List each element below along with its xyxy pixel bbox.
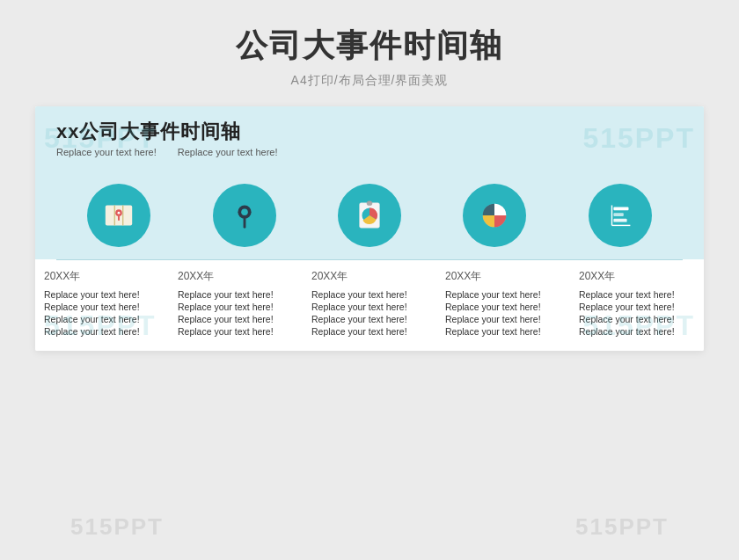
year-label-2: 20XX年 [311,269,348,284]
svg-rect-12 [613,207,628,211]
map-icon [102,199,135,232]
doc-icon [353,199,386,232]
timeline-column-4: 20XX年Replace your text here!Replace your… [570,269,704,338]
replace-text-1-0: Replace your text here! [178,289,274,300]
year-label-1: 20XX年 [178,269,214,284]
page-watermark-bottom-right: 515PPT [575,513,669,541]
svg-rect-13 [613,213,623,216]
slide-card: 515PPT 515PPT xx公司大事件时间轴 Replace your te… [35,106,704,351]
replace-text-3-2: Replace your text here! [445,314,541,324]
bar-icon [604,199,637,232]
slide-subtitle-1: Replace your text here! [56,147,157,157]
timeline-column-1: 20XX年Replace your text here!Replace your… [169,269,303,338]
page-watermark-bottom-left: 515PPT [70,513,164,541]
replace-text-2-0: Replace your text here! [311,289,407,300]
replace-text-1-1: Replace your text here! [178,302,274,312]
svg-rect-14 [613,219,626,222]
replace-text-0-0: Replace your text here! [44,289,140,300]
icons-section [35,168,704,259]
replace-text-4-3: Replace your text here! [579,326,675,337]
pin-icon-circle [213,184,276,247]
main-title: 公司大事件时间轴 [236,25,503,68]
sub-title: A4打印/布局合理/界面美观 [236,73,503,89]
pin-icon [228,199,261,232]
replace-text-2-1: Replace your text here! [311,302,407,312]
replace-text-0-2: Replace your text here! [44,314,140,324]
timeline-column-2: 20XX年Replace your text here!Replace your… [303,269,436,338]
map-icon-circle [87,184,150,247]
replace-text-3-3: Replace your text here! [445,326,541,337]
replace-text-1-3: Replace your text here! [178,326,274,337]
slide-subtitle-2: Replace your text here! [178,147,278,157]
slide-top: 515PPT 515PPT xx公司大事件时间轴 Replace your te… [35,106,704,168]
pie-icon [478,199,511,232]
year-label-0: 20XX年 [44,269,80,284]
bar-icon-circle [589,184,652,247]
year-label-3: 20XX年 [445,269,481,284]
replace-text-3-0: Replace your text here! [445,289,541,300]
replace-text-2-3: Replace your text here! [311,326,407,337]
year-label-4: 20XX年 [579,269,615,284]
timeline-column-3: 20XX年Replace your text here!Replace your… [436,269,570,338]
replace-text-4-0: Replace your text here! [579,289,675,300]
pie-icon-circle [463,184,526,247]
doc-icon-circle [338,184,401,247]
svg-point-6 [241,208,248,215]
page-background: 公司大事件时间轴 A4打印/布局合理/界面美观 515PPT 515PPT xx… [0,0,739,560]
header-section: 公司大事件时间轴 A4打印/布局合理/界面美观 [236,0,503,89]
replace-text-0-1: Replace your text here! [44,302,140,312]
content-section: 20XX年Replace your text here!Replace your… [35,260,704,351]
replace-text-0-3: Replace your text here! [44,326,140,337]
slide-title: xx公司大事件时间轴 [56,119,241,145]
replace-text-1-2: Replace your text here! [178,314,274,324]
timeline-column-0: 20XX年Replace your text here!Replace your… [35,269,169,338]
replace-text-4-1: Replace your text here! [579,302,675,312]
replace-text-4-2: Replace your text here! [579,314,675,324]
svg-point-4 [118,212,121,215]
replace-text-2-2: Replace your text here! [311,314,407,324]
replace-text-3-1: Replace your text here! [445,302,541,312]
svg-rect-10 [367,201,372,206]
